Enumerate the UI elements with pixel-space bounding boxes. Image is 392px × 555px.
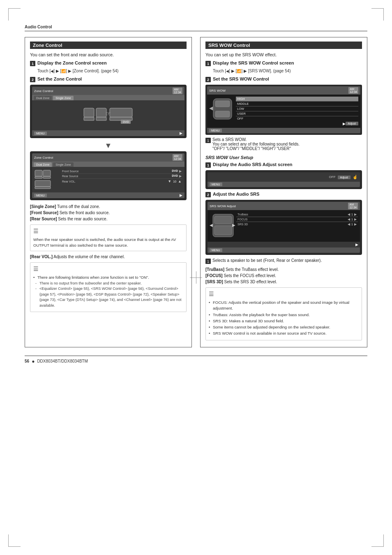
srs-screen-menu: MENU — [207, 128, 360, 133]
zone-rear-vol-desc-text: Adjusts the volume of the rear channel. — [53, 254, 125, 259]
srs-trubass-label: TruBass — [238, 213, 248, 216]
srs-step2-text: Sets a SRS WOW. — [212, 137, 300, 142]
srs-note-item-2: TruBass: Assists the playback for the su… — [209, 312, 359, 318]
srs-note-item-4: Some items cannot be adjusted depending … — [209, 324, 359, 330]
svg-rect-0 — [84, 108, 94, 117]
srs-wow-title: SRS WOW Control — [205, 42, 362, 49]
zone-vol-down[interactable]: ▼ — [168, 179, 171, 183]
zone-control-section: Zone Control You can set the front and r… — [25, 37, 192, 347]
zone-desc-block: [Single Zone] Turns off the dual zone. [… — [30, 204, 187, 222]
zone-vol-value: 10 — [173, 180, 176, 183]
zone-rear-source-arrows: DVD ▶ — [172, 174, 182, 178]
srs-user-step2-num: 2 — [205, 192, 211, 197]
zone-screen-title-1: Zone Control — [34, 89, 53, 93]
srs-user-step1-num: 1 — [205, 162, 211, 168]
zone-control-intro: You can set the front and rear audio sou… — [30, 52, 187, 57]
srs-step2-text-block: Sets a SRS WOW. You can select any of th… — [212, 137, 300, 151]
srs-3d-value: 1 — [351, 223, 353, 226]
zone-seats-mini — [34, 169, 59, 190]
zone-screen-time-2: AM12:34 — [173, 154, 182, 161]
zone-screen-menu-1: MENU ▶ — [32, 130, 184, 136]
srs-3d-desc-text: Sets the SRS 3D effect level. — [224, 280, 277, 284]
srs-step2-desc: 1 Sets a SRS WOW. You can select any of … — [205, 137, 362, 151]
srs-note: ☰ FOCUS: Adjusts the vertical position o… — [205, 287, 362, 340]
footer-bullet: ● — [32, 358, 35, 364]
srs-3d-left[interactable]: ◀ — [348, 222, 350, 226]
srs-user-step2-badge-desc: 1 Selects a speaker to be set (Front, Re… — [205, 258, 362, 264]
zone-vol-up[interactable]: ▲ — [178, 179, 182, 183]
srs-focus-right[interactable]: ▶ — [354, 217, 357, 221]
zone-vol-controls: ▼ 10 ▲ — [168, 179, 182, 183]
page-footer: 56 ● DDX8034BT/DDX8034BTM — [25, 356, 367, 364]
srs-3d-label: SRS 3D — [238, 223, 248, 226]
srs-step1-num: 1 — [205, 61, 211, 66]
srs-option-low[interactable]: LOW — [236, 106, 358, 111]
srs-adjust-rows: TruBass ◀ 1 ▶ FOCUS ◀ — [236, 210, 360, 242]
single-zone-tab-1[interactable]: Single Zone — [53, 96, 73, 100]
srs-option-middle[interactable]: MIDDLE — [236, 102, 358, 106]
zone-step1: 1 Display the Zone Control screen — [30, 60, 187, 66]
srs-user-step1: 1 Display the Audio SRS Adjust screen — [205, 162, 362, 168]
zone-seats-mini-svg — [34, 169, 58, 190]
srs-user-setup-subtitle: SRS WOW User Setup — [205, 155, 362, 160]
srs-wow-intro: You can set up the SRS WOW effect. — [205, 52, 362, 57]
svg-rect-2 — [96, 108, 106, 117]
zone-screen-mockup-2: Zone Control AM12:34 Dual Zone Single Zo… — [30, 151, 187, 200]
zone-note2-item-1: There are following limitations when zon… — [33, 275, 183, 280]
srs-trubass-term: [TruBass] — [205, 267, 224, 272]
zone-single-zone-term: [Single Zone] — [30, 204, 56, 209]
menu-btn-1[interactable]: MENU — [34, 132, 47, 135]
page-header-title: Audio Control — [25, 25, 52, 29]
srs-option-high[interactable]: HIGH — [236, 97, 358, 102]
srs-menu-btn[interactable]: MENU — [209, 129, 222, 132]
dual-zone-tab-2[interactable]: Dual Zone — [34, 162, 52, 167]
srs-adjust-menu-btn[interactable]: MENU — [210, 248, 222, 252]
zone-step1-num: 1 — [30, 61, 35, 66]
svg-rect-13 — [35, 180, 51, 187]
srs-trubass-left[interactable]: ◀ — [348, 213, 350, 216]
svg-rect-16 — [215, 101, 230, 107]
single-zone-tab-2[interactable]: Single Zone — [53, 162, 73, 167]
zone-vol-label: Rear VOL. — [62, 180, 76, 183]
srs-speaker-svg: ◀ ▶ — [210, 212, 236, 239]
zone-note1-text: When the rear speaker sound is switched,… — [33, 237, 176, 247]
zone-note2-sub-2: <Equalizer Control> (page 55), <SRS WOW … — [33, 286, 183, 308]
zone-rear-source-desc: Sets the rear audio source. — [58, 217, 107, 221]
srs-adjust-area: Adjust ▶ — [236, 121, 358, 126]
srs-preview-menu-btn[interactable]: MENU — [210, 183, 222, 186]
srs-user-step1-label: Display the Audio SRS Adjust screen — [213, 162, 293, 167]
zone-screen-content-1: ☞ DVD — [32, 100, 184, 130]
srs-note-header: ☰ — [209, 290, 359, 298]
srs-step1-label: Display the SRS WOW Control screen — [213, 60, 294, 65]
srs-option-off[interactable]: OFF — [236, 116, 358, 121]
srs-speaker-selector: ◀ ▶ — [208, 210, 236, 242]
srs-option-user[interactable]: USER — [236, 111, 358, 116]
zone-front-source-desc: Sets the front audio source. — [60, 210, 110, 215]
svg-text:☞: ☞ — [106, 110, 111, 117]
zone-screen-mockup-1: Zone Control AM12:34 Dual Zone Single Zo… — [30, 85, 187, 138]
srs-preview-adjust-btn[interactable]: Adjust — [338, 176, 350, 179]
zone-note1-header: ☰ — [33, 227, 183, 236]
srs-focus-row: FOCUS ◀ 1 ▶ — [236, 217, 358, 222]
srs-preview-finger: ☝ — [353, 175, 357, 179]
svg-rect-11 — [43, 170, 51, 176]
zone-front-arrow-right[interactable]: ▶ — [179, 169, 182, 173]
srs-step2-values: "OFF"/ "LOW"/ "MIDDLE"/ "HIGH"/ "USER" — [212, 146, 300, 151]
dual-zone-tab-1[interactable]: Dual Zone — [34, 96, 52, 100]
srs-off-label: OFF — [329, 175, 336, 179]
srs-3d-row: SRS 3D ◀ 1 ▶ — [236, 222, 358, 227]
zone-vol-row: Rear VOL. ▼ 10 ▲ — [61, 179, 182, 184]
srs-focus-left[interactable]: ◀ — [348, 217, 350, 221]
srs-3d-right[interactable]: ▶ — [354, 222, 357, 226]
srs-car-graphic: ◀ — [207, 95, 236, 128]
menu-btn-2[interactable]: MENU — [34, 194, 47, 197]
srs-trubass-right[interactable]: ▶ — [354, 213, 357, 216]
srs-step2: 2 Set the SRS WOW Control — [205, 76, 362, 82]
srs-3d-term: [SRS 3D] — [205, 280, 223, 284]
srs-preview-menu: MENU — [208, 182, 360, 187]
zone-rear-arrow-right[interactable]: ▶ — [179, 174, 182, 178]
srs-note-list: FOCUS: Adjusts the vertical position of … — [209, 300, 359, 337]
srs-adjust-btn[interactable]: Adjust — [346, 122, 358, 125]
zone-rear-source-row: Rear Source DVD ▶ — [61, 174, 182, 179]
zone-front-source-row: Front Source DVD ▶ — [61, 169, 182, 174]
